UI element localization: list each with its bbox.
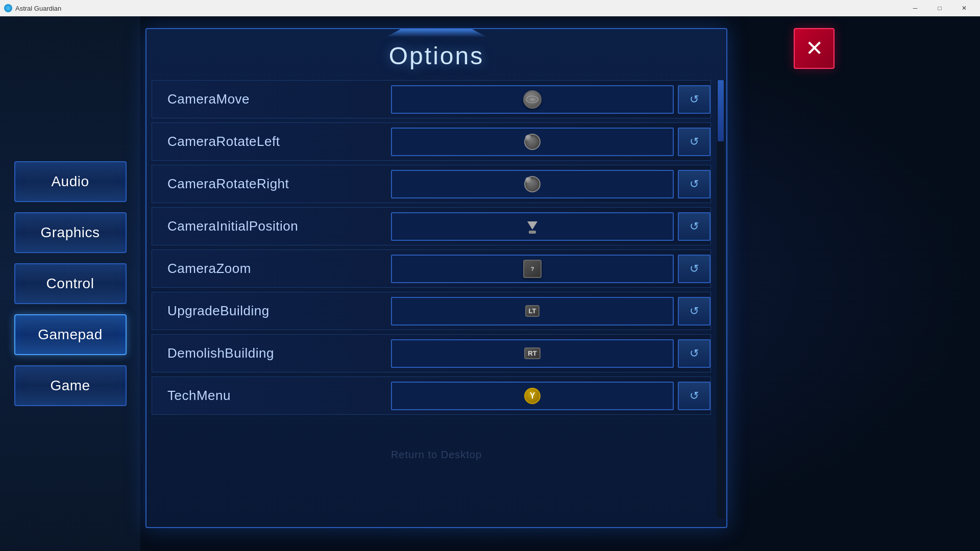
reset-button-camera-move[interactable]: ↺ — [678, 85, 710, 114]
unknown-button-icon: ? — [523, 260, 542, 278]
reset-icon: ↺ — [690, 220, 699, 233]
setting-input-camera-move[interactable] — [391, 85, 674, 114]
l-button-icon — [523, 90, 542, 109]
sidebar-item-label-gamepad: Gamepad — [38, 327, 102, 343]
rt-icon: RT — [524, 347, 540, 359]
reset-button-camera-zoom[interactable]: ↺ — [678, 255, 710, 283]
reset-icon: ↺ — [690, 178, 699, 191]
title-bar: Astral Guardian ─ □ ✕ — [0, 0, 980, 16]
options-panel: Options CameraMove ↺ CameraRotateLeft — [145, 28, 727, 528]
table-row: CameraRotateRight ↺ — [152, 165, 711, 203]
title-bar-left: Astral Guardian — [4, 4, 61, 12]
sidebar-item-label-graphics: Graphics — [40, 224, 100, 241]
table-row: CameraInitialPosition ↺ — [152, 207, 711, 245]
setting-label-camera-zoom: CameraZoom — [152, 261, 387, 277]
sidebar-item-label-control: Control — [46, 276, 94, 292]
setting-label-tech-menu: TechMenu — [152, 388, 387, 404]
setting-label-camera-initial-position: CameraInitialPosition — [152, 218, 387, 234]
reset-icon: ↺ — [690, 347, 699, 360]
reset-icon: ↺ — [690, 389, 699, 403]
faint-text: Return to Desktop — [391, 449, 482, 461]
reset-button-camera-rotate-left[interactable]: ↺ — [678, 128, 710, 156]
scrollbar-thumb[interactable] — [718, 80, 724, 141]
reset-icon: ↺ — [690, 305, 699, 318]
table-row: DemolishBuilding RT ↺ — [152, 334, 711, 372]
setting-label-upgrade-building: UpgradeBuilding — [152, 303, 387, 319]
setting-input-upgrade-building[interactable]: LT — [391, 297, 674, 325]
sidebar-item-audio[interactable]: Audio — [14, 161, 127, 202]
setting-input-camera-rotate-right[interactable] — [391, 170, 674, 198]
minimize-button[interactable]: ─ — [903, 0, 927, 16]
window-close-button[interactable]: ✕ — [952, 0, 976, 16]
setting-input-tech-menu[interactable]: Y — [391, 382, 674, 410]
reset-icon: ↺ — [690, 93, 699, 106]
sidebar-item-label-audio: Audio — [51, 173, 89, 190]
r-stick-right-icon — [524, 176, 541, 192]
sidebar-item-graphics[interactable]: Graphics — [14, 212, 127, 253]
app-title: Astral Guardian — [15, 5, 61, 12]
table-row: TechMenu Y ↺ — [152, 377, 711, 415]
reset-button-demolish-building[interactable]: ↺ — [678, 339, 710, 368]
sidebar-item-control[interactable]: Control — [14, 263, 127, 304]
panel-close-icon: ✕ — [805, 38, 823, 59]
reset-button-upgrade-building[interactable]: ↺ — [678, 297, 710, 325]
sidebar-item-label-game: Game — [50, 378, 90, 394]
settings-content: CameraMove ↺ CameraRotateLeft ↺ — [146, 80, 726, 419]
setting-input-camera-initial-position[interactable] — [391, 212, 674, 241]
table-row: CameraMove ↺ — [152, 80, 711, 118]
sidebar-item-gamepad[interactable]: Gamepad — [14, 314, 127, 355]
triangle-down-icon — [527, 219, 537, 234]
reset-icon: ↺ — [690, 262, 699, 276]
setting-label-demolish-building: DemolishBuilding — [152, 345, 387, 361]
y-button-icon: Y — [524, 388, 541, 404]
scrollbar-track[interactable] — [717, 80, 725, 519]
setting-label-camera-rotate-right: CameraRotateRight — [152, 176, 387, 192]
r-stick-left-icon — [524, 134, 541, 150]
panel-title: Options — [389, 42, 484, 69]
setting-label-camera-move: CameraMove — [152, 91, 387, 107]
app-icon — [4, 4, 12, 12]
setting-label-camera-rotate-left: CameraRotateLeft — [152, 134, 387, 149]
table-row: UpgradeBuilding LT ↺ — [152, 292, 711, 330]
title-bar-controls: ─ □ ✕ — [903, 0, 976, 16]
sidebar-item-game[interactable]: Game — [14, 365, 127, 406]
sidebar: Audio Graphics Control Gamepad Game — [0, 16, 140, 551]
lt-icon: LT — [525, 305, 540, 317]
reset-button-tech-menu[interactable]: ↺ — [678, 382, 710, 410]
table-row: CameraRotateLeft ↺ — [152, 122, 711, 161]
reset-button-camera-initial-position[interactable]: ↺ — [678, 212, 710, 241]
setting-input-camera-zoom[interactable]: ? — [391, 255, 674, 283]
reset-icon: ↺ — [690, 135, 699, 148]
maximize-button[interactable]: □ — [928, 0, 951, 16]
panel-close-button[interactable]: ✕ — [794, 28, 835, 69]
reset-button-camera-rotate-right[interactable]: ↺ — [678, 170, 710, 198]
panel-header: Options — [146, 29, 726, 80]
setting-input-demolish-building[interactable]: RT — [391, 339, 674, 368]
table-row: CameraZoom ? ↺ — [152, 249, 711, 288]
setting-input-camera-rotate-left[interactable] — [391, 128, 674, 156]
